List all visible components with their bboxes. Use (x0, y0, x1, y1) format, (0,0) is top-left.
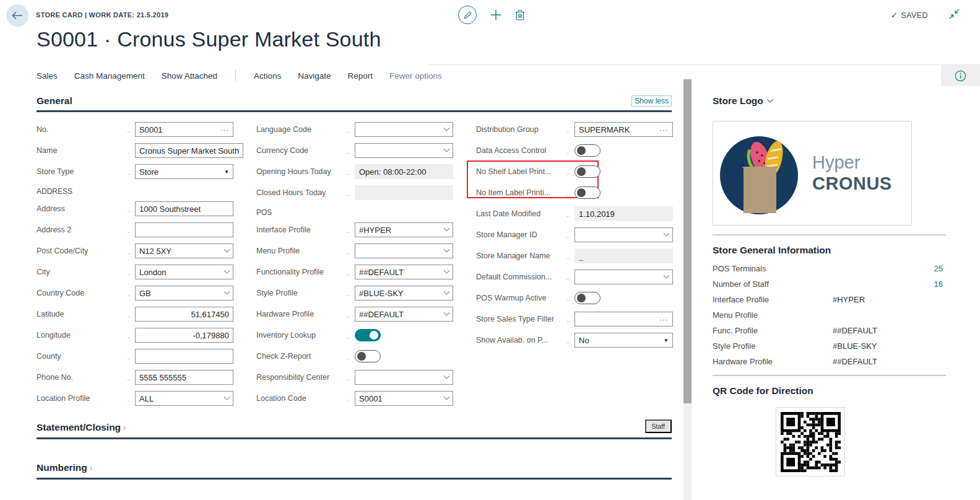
hardware-profile-dropdown[interactable]: ##DEFAULT (355, 307, 453, 322)
chevron-down-icon[interactable] (224, 267, 230, 273)
statement-closing-title[interactable]: Statement/Closing› (37, 422, 126, 433)
chevron-down-icon[interactable] (444, 246, 450, 252)
county-field[interactable] (135, 349, 233, 364)
qr-code-pattern (781, 412, 841, 472)
phone-field[interactable]: 5555 555555 (135, 370, 233, 385)
menu-report[interactable]: Report (348, 71, 373, 81)
menu-show-attached[interactable]: Show Attached (162, 71, 217, 81)
factbox-info-button[interactable] (941, 65, 980, 86)
chevron-down-icon[interactable] (444, 372, 450, 379)
show-less-link[interactable]: Show less (631, 95, 672, 107)
assist-edit-icon[interactable] (220, 125, 229, 134)
assist-edit-icon[interactable] (659, 125, 669, 134)
interface-profile-dropdown[interactable]: #HYPER (355, 222, 453, 237)
field-row: City London (37, 265, 233, 279)
chevron-down-icon[interactable] (444, 393, 450, 400)
assist-edit-icon[interactable] (659, 315, 669, 324)
chevron-down-icon[interactable] (224, 288, 230, 294)
distribution-group-field[interactable]: SUPERMARK (575, 122, 673, 137)
inventory-lookup-toggle[interactable] (355, 329, 381, 341)
chevron-right-icon: › (90, 463, 93, 473)
chevron-down-icon[interactable] (444, 125, 450, 131)
opening-hours-field: Open: 08:00-22:00 (355, 164, 453, 179)
currency-code-dropdown[interactable] (355, 143, 453, 158)
name-field[interactable]: Cronus Super Market South (135, 143, 243, 158)
field-row: Interface Profile #HYPER (256, 222, 453, 237)
chevron-down-icon[interactable] (444, 146, 450, 152)
store-logo-header[interactable]: Store Logo (713, 95, 946, 107)
info-row: Style Profile#BLUE-SKY (713, 338, 946, 354)
currency-code-label: Currency Code (256, 146, 342, 155)
country-code-dropdown[interactable]: GB (135, 286, 233, 300)
pos-terminals-link[interactable]: 25 (934, 264, 943, 273)
chevron-down-icon[interactable] (664, 230, 670, 236)
back-button[interactable] (6, 4, 28, 27)
trash-icon (515, 9, 525, 20)
postcode-label: Post Code/City (37, 247, 123, 255)
field-row: Show Availab. on P... No▼ (476, 333, 673, 348)
location-code-dropdown[interactable]: S0001 (355, 391, 453, 406)
collapse-header-button[interactable] (949, 9, 960, 19)
factbox-pane: Store Logo (692, 87, 980, 500)
last-date-modified-label: Last Date Modified (476, 209, 562, 218)
menu-cash-management[interactable]: Cash Management (74, 71, 145, 81)
menu-sales[interactable]: Sales (37, 71, 58, 81)
pos-warmup-active-toggle[interactable] (575, 292, 601, 304)
info-row: Number of Staff16 (713, 276, 946, 292)
form-column-1: No. S0001 Name Cronus Super Market South… (37, 122, 233, 412)
chevron-down-icon[interactable] (444, 309, 450, 315)
no-shelf-label-print-label: No Shelf Label Print... (476, 167, 562, 176)
menu-navigate[interactable]: Navigate (298, 71, 331, 81)
functionality-profile-dropdown[interactable]: ##DEFAULT (355, 265, 453, 279)
city-dropdown[interactable]: London (135, 265, 233, 279)
responsibility-center-dropdown[interactable] (355, 370, 453, 385)
menu-fewer-options[interactable]: Fewer options (389, 71, 442, 81)
language-code-dropdown[interactable] (355, 122, 453, 137)
menu-profile-dropdown[interactable] (355, 243, 453, 258)
form-column-2: Language Code Currency Code Opening Hour… (256, 122, 453, 412)
data-access-control-toggle[interactable] (575, 144, 601, 157)
number-of-staff-link[interactable]: 16 (934, 279, 943, 289)
style-profile-dropdown[interactable]: #BLUE-SKY (355, 286, 453, 300)
no-field[interactable]: S0001 (135, 122, 233, 137)
hyper-cronus-logo-icon (713, 127, 806, 220)
card-actions (458, 6, 525, 24)
chevron-down-icon[interactable] (444, 267, 450, 273)
store-manager-id-dropdown[interactable] (575, 227, 673, 242)
check-z-report-toggle[interactable] (355, 350, 381, 362)
numbering-section: Numbering› (37, 462, 672, 480)
scrollbar-thumb[interactable] (683, 79, 692, 403)
location-profile-dropdown[interactable]: ALL (135, 391, 233, 406)
longitude-field[interactable]: -0,179880 (135, 328, 233, 343)
staff-button[interactable]: Staff (645, 419, 672, 433)
field-row: Hardware Profile ##DEFAULT (256, 307, 453, 322)
edit-button[interactable] (458, 6, 477, 24)
field-row: Functionality Profile ##DEFAULT (256, 265, 453, 279)
chevron-down-icon[interactable] (224, 393, 230, 400)
default-commission-dropdown[interactable] (575, 270, 673, 284)
address-field[interactable]: 1000 Southstreet (135, 201, 233, 216)
no-shelf-label-print-toggle[interactable] (575, 165, 601, 178)
field-row: Default Commission... (476, 270, 673, 284)
no-item-label-printing-toggle[interactable] (575, 186, 601, 199)
show-availab-select[interactable]: No▼ (575, 333, 673, 348)
chevron-down-icon[interactable] (664, 272, 670, 278)
delete-button[interactable] (515, 9, 525, 20)
postcode-dropdown[interactable]: N12 5XY (135, 243, 233, 258)
header-rule (427, 64, 980, 65)
check-z-report-label: Check Z-Report (256, 352, 342, 361)
address2-field[interactable] (135, 222, 233, 237)
store-sales-type-filter-field[interactable] (575, 312, 673, 327)
chevron-down-icon[interactable] (224, 246, 230, 252)
latitude-field[interactable]: 51,617450 (135, 307, 233, 322)
new-button[interactable] (490, 9, 502, 21)
top-bar: STORE CARD | WORK DATE: 21.5.2019 ✓ SAVE… (0, 0, 980, 30)
style-profile-label: Style Profile (256, 289, 342, 297)
menu-actions[interactable]: Actions (254, 71, 281, 81)
chevron-down-icon[interactable] (444, 225, 450, 231)
field-row: Address 2 (37, 222, 233, 237)
ribbon-divider (235, 69, 236, 82)
chevron-down-icon[interactable] (444, 288, 450, 294)
numbering-title[interactable]: Numbering› (37, 462, 92, 473)
store-type-select[interactable]: Store▼ (135, 164, 233, 179)
